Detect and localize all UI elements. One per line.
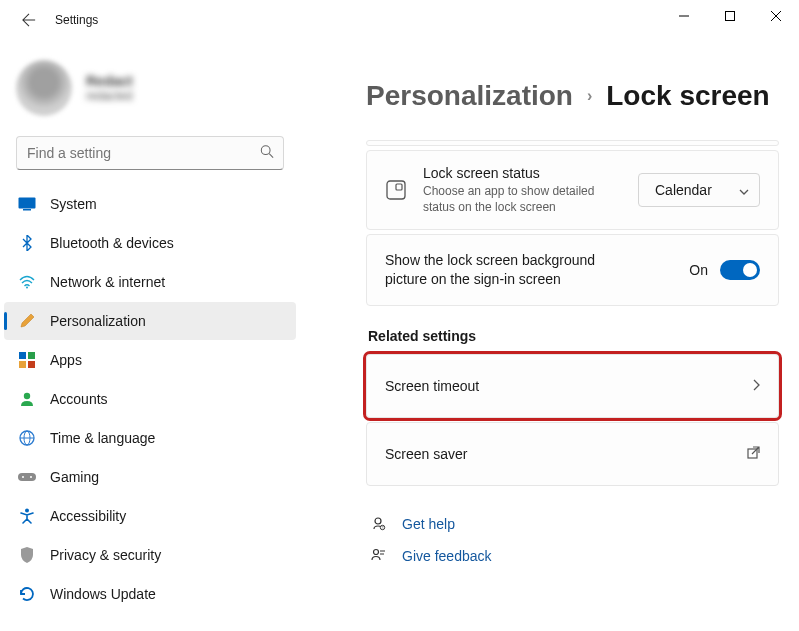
card-edge <box>366 140 779 146</box>
svg-rect-1 <box>726 12 735 21</box>
svg-rect-7 <box>23 209 31 211</box>
sidebar-item-accounts[interactable]: Accounts <box>4 380 296 418</box>
get-help-link[interactable]: ? Get help <box>366 508 779 540</box>
sidebar-item-label: Apps <box>50 352 82 368</box>
sidebar-item-label: Personalization <box>50 313 146 329</box>
svg-rect-17 <box>18 473 36 481</box>
back-button[interactable] <box>15 6 43 34</box>
footer-link-label: Get help <box>402 516 455 532</box>
link-label: Screen saver <box>385 446 747 462</box>
update-icon <box>18 585 36 603</box>
help-icon: ? <box>368 516 388 532</box>
paintbrush-icon <box>18 312 36 330</box>
shield-icon <box>18 546 36 564</box>
lock-screen-status-card[interactable]: Lock screen status Choose an app to show… <box>366 150 779 230</box>
breadcrumb: Personalization › Lock screen <box>366 80 779 112</box>
svg-rect-12 <box>28 361 35 368</box>
dropdown-value: Calendar <box>655 182 739 198</box>
accessibility-icon <box>18 507 36 525</box>
card-text: Lock screen status Choose an app to show… <box>423 165 638 215</box>
search-input[interactable] <box>16 136 284 170</box>
screen-saver-link[interactable]: Screen saver <box>366 422 779 486</box>
toggle-state-text: On <box>689 262 708 278</box>
card-subtitle: Choose an app to show detailed status on… <box>423 183 628 215</box>
card-title: Lock screen status <box>423 165 628 181</box>
svg-rect-6 <box>19 198 36 209</box>
link-label: Screen timeout <box>385 378 753 394</box>
avatar <box>16 60 72 116</box>
sidebar-item-personalization[interactable]: Personalization <box>4 302 296 340</box>
sidebar-item-label: Windows Update <box>50 586 156 602</box>
svg-point-8 <box>26 287 28 289</box>
arrow-left-icon <box>22 13 36 27</box>
sidebar-item-label: Bluetooth & devices <box>50 235 174 251</box>
chevron-right-icon: › <box>587 87 592 105</box>
apps-icon <box>18 351 36 369</box>
sidebar-item-label: Network & internet <box>50 274 165 290</box>
sidebar-item-time-language[interactable]: Time & language <box>4 419 296 457</box>
close-button[interactable] <box>753 0 799 32</box>
status-app-dropdown[interactable]: Calendar <box>638 173 760 207</box>
content-area: Personalization › Lock screen Lock scree… <box>300 40 799 631</box>
search-box <box>16 136 284 170</box>
svg-point-4 <box>261 146 270 155</box>
profile-name: Redact <box>86 73 133 89</box>
svg-rect-9 <box>19 352 26 359</box>
svg-point-24 <box>375 518 381 524</box>
show-bg-signin-row: Show the lock screen background picture … <box>366 234 779 306</box>
sidebar-item-label: System <box>50 196 97 212</box>
svg-point-19 <box>30 476 32 478</box>
sidebar-item-windows-update[interactable]: Windows Update <box>4 575 296 613</box>
svg-line-5 <box>269 154 273 158</box>
breadcrumb-parent[interactable]: Personalization <box>366 80 573 112</box>
minimize-button[interactable] <box>661 0 707 32</box>
sidebar-item-gaming[interactable]: Gaming <box>4 458 296 496</box>
monitor-icon <box>18 195 36 213</box>
minimize-icon <box>679 11 689 21</box>
close-icon <box>771 11 781 21</box>
svg-point-27 <box>374 550 379 555</box>
svg-point-13 <box>24 393 30 399</box>
svg-text:?: ? <box>382 526 384 530</box>
sidebar-item-label: Accounts <box>50 391 108 407</box>
sidebar-item-apps[interactable]: Apps <box>4 341 296 379</box>
sidebar-item-label: Accessibility <box>50 508 126 524</box>
footer-link-label: Give feedback <box>402 548 492 564</box>
status-detail-icon <box>385 179 407 201</box>
feedback-icon <box>368 548 388 564</box>
profile-block[interactable]: Redact redacted <box>0 50 300 136</box>
svg-rect-10 <box>28 352 35 359</box>
globe-icon <box>18 429 36 447</box>
sidebar-item-privacy[interactable]: Privacy & security <box>4 536 296 574</box>
bluetooth-icon <box>18 234 36 252</box>
svg-point-20 <box>25 509 29 513</box>
sidebar-item-system[interactable]: System <box>4 185 296 223</box>
sidebar-item-accessibility[interactable]: Accessibility <box>4 497 296 535</box>
search-icon <box>260 145 274 162</box>
window-controls <box>661 0 799 32</box>
sidebar-item-label: Gaming <box>50 469 99 485</box>
svg-point-18 <box>22 476 24 478</box>
toggle-label: Show the lock screen background picture … <box>385 251 689 289</box>
person-icon <box>18 390 36 408</box>
gamepad-icon <box>18 468 36 486</box>
page-title: Lock screen <box>606 80 769 112</box>
screen-timeout-link[interactable]: Screen timeout <box>366 354 779 418</box>
svg-rect-22 <box>396 184 402 190</box>
profile-sub: redacted <box>86 89 133 103</box>
footer-links: ? Get help Give feedback <box>366 508 779 572</box>
maximize-button[interactable] <box>707 0 753 32</box>
main-layout: Redact redacted System Bluetooth & devic… <box>0 40 799 631</box>
profile-text: Redact redacted <box>86 73 133 103</box>
sidebar-item-network[interactable]: Network & internet <box>4 263 296 301</box>
external-link-icon <box>747 446 760 462</box>
window-title: Settings <box>55 13 98 27</box>
sidebar-item-bluetooth[interactable]: Bluetooth & devices <box>4 224 296 262</box>
wifi-icon <box>18 273 36 291</box>
bg-signin-toggle[interactable] <box>720 260 760 280</box>
sidebar-item-label: Privacy & security <box>50 547 161 563</box>
chevron-down-icon <box>739 182 749 198</box>
chevron-right-icon <box>753 378 760 394</box>
give-feedback-link[interactable]: Give feedback <box>366 540 779 572</box>
related-settings-heading: Related settings <box>368 328 779 344</box>
